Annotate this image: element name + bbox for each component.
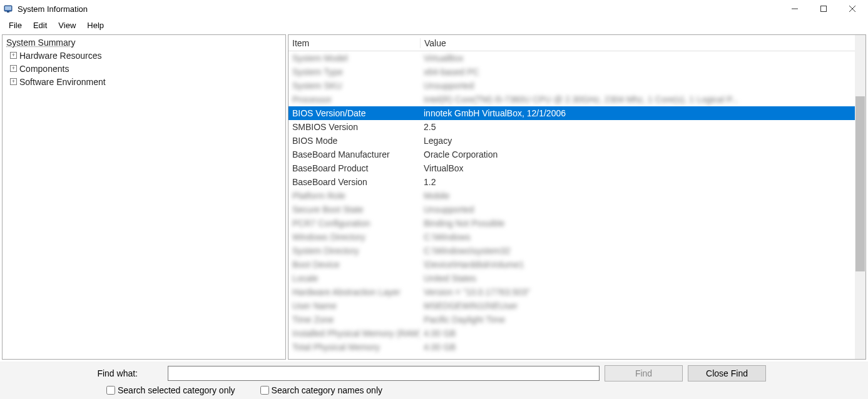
tree-root-label: System Summary [6, 38, 75, 48]
minimize-button[interactable] [780, 0, 809, 18]
cell-value: C:\Windows [420, 232, 855, 242]
titlebar: System Information [0, 0, 868, 18]
cell-value: Mobile [420, 191, 855, 201]
table-row[interactable]: System SKUUnsupported [288, 79, 855, 93]
table-row[interactable]: System ModelVirtualBox [288, 51, 855, 65]
details-table[interactable]: Item Value System ModelVirtualBoxSystem … [288, 35, 855, 359]
expand-icon[interactable]: + [10, 52, 17, 59]
vertical-scrollbar[interactable] [855, 35, 865, 359]
tree-root-system-summary[interactable]: System Summary [3, 36, 285, 49]
table-row[interactable]: System DirectoryC:\Windows\system32 [288, 244, 855, 258]
cell-value: United States [420, 273, 855, 283]
menubar: FileEditViewHelp [0, 18, 868, 33]
cell-value: Unsupported [420, 81, 855, 91]
cell-value: \Device\HarddiskVolume1 [420, 260, 855, 270]
table-row[interactable]: BaseBoard ManufacturerOracle Corporation [288, 148, 855, 161]
tree-item-label: Software Environment [19, 77, 106, 87]
cell-value: Intel(R) Core(TM) i5-7360U CPU @ 2.30GHz… [420, 94, 855, 104]
table-row[interactable]: Installed Physical Memory (RAM)4.00 GB [288, 326, 855, 340]
cell-item: BIOS Mode [290, 136, 420, 146]
menu-view[interactable]: View [53, 19, 81, 31]
svg-rect-1 [5, 6, 11, 10]
svg-rect-2 [7, 11, 9, 13]
menu-help[interactable]: Help [82, 19, 109, 31]
expand-icon[interactable]: + [10, 78, 17, 85]
table-row[interactable]: User NameMSEDGEWIN10\IEUser [288, 299, 855, 313]
table-row[interactable]: Windows DirectoryC:\Windows [288, 230, 855, 244]
cell-item: System SKU [290, 81, 420, 91]
table-row[interactable]: Platform RoleMobile [288, 189, 855, 203]
svg-rect-4 [821, 6, 827, 12]
scrollbar-thumb[interactable] [855, 96, 865, 271]
app-icon [4, 4, 14, 14]
cell-item: BaseBoard Version [290, 177, 420, 187]
cell-item: PCR7 Configuration [290, 218, 420, 228]
cell-value: innotek GmbH VirtualBox, 12/1/2006 [420, 108, 855, 118]
column-header-value[interactable]: Value [420, 38, 855, 48]
maximize-button[interactable] [809, 0, 838, 18]
cell-value: Oracle Corporation [420, 149, 855, 159]
cell-value: VirtualBox [420, 53, 855, 63]
menu-file[interactable]: File [4, 19, 27, 31]
checkbox-search-category-names[interactable]: Search category names only [260, 385, 382, 395]
table-row[interactable]: SMBIOS Version2.5 [288, 120, 855, 134]
cell-item: Time Zone [290, 315, 420, 325]
column-header-item[interactable]: Item [288, 38, 420, 48]
checkbox-search-selected-category-label: Search selected category only [118, 385, 235, 395]
checkbox-search-selected-category-input[interactable] [106, 386, 115, 395]
checkbox-search-category-names-input[interactable] [260, 386, 269, 395]
cell-item: System Model [290, 53, 420, 63]
table-row[interactable]: BaseBoard Version1.2 [288, 175, 855, 189]
find-bar: Find what: Find Close Find Search select… [0, 361, 868, 399]
details-pane: Item Value System ModelVirtualBoxSystem … [288, 34, 866, 360]
cell-item: Hardware Abstraction Layer [290, 287, 420, 297]
cell-item: BaseBoard Product [290, 163, 420, 173]
cell-item: Windows Directory [290, 232, 420, 242]
tree-pane[interactable]: System Summary +Hardware Resources+Compo… [2, 34, 286, 360]
cell-item: Boot Device [290, 260, 420, 270]
table-row[interactable]: System Typex64-based PC [288, 65, 855, 79]
cell-value: VirtualBox [420, 163, 855, 173]
table-row[interactable]: PCR7 ConfigurationBinding Not Possible [288, 216, 855, 230]
table-row[interactable]: Secure Boot StateUnsupported [288, 203, 855, 216]
table-row[interactable]: Hardware Abstraction LayerVersion = "10.… [288, 285, 855, 299]
cell-value: 4.00 GB [420, 342, 855, 352]
cell-value: 2.5 [420, 122, 855, 132]
table-row[interactable]: BIOS Version/Dateinnotek GmbH VirtualBox… [288, 106, 855, 120]
main-area: System Summary +Hardware Resources+Compo… [0, 33, 868, 361]
table-row[interactable]: ProcessorIntel(R) Core(TM) i5-7360U CPU … [288, 93, 855, 106]
cell-item: BaseBoard Manufacturer [290, 149, 420, 159]
tree-item-components[interactable]: +Components [3, 62, 285, 75]
table-row[interactable]: BIOS ModeLegacy [288, 134, 855, 148]
tree-item-software-environment[interactable]: +Software Environment [3, 75, 285, 88]
table-row[interactable]: Time ZonePacific Daylight Time [288, 313, 855, 326]
cell-value: Unsupported [420, 205, 855, 215]
checkbox-search-selected-category[interactable]: Search selected category only [106, 385, 235, 395]
column-headers[interactable]: Item Value [288, 35, 855, 51]
close-button[interactable] [838, 0, 867, 18]
cell-item: Total Physical Memory [290, 342, 420, 352]
table-row[interactable]: LocaleUnited States [288, 271, 855, 285]
window-title: System Information [18, 4, 88, 14]
cell-value: Pacific Daylight Time [420, 315, 855, 325]
cell-item: Processor [290, 94, 420, 104]
window-controls [780, 0, 867, 18]
find-button[interactable]: Find [605, 365, 683, 381]
cell-value: 4.00 GB [420, 328, 855, 338]
table-row[interactable]: Total Physical Memory4.00 GB [288, 340, 855, 354]
cell-item: System Directory [290, 246, 420, 256]
table-row[interactable]: Boot Device\Device\HarddiskVolume1 [288, 258, 855, 271]
cell-item: Installed Physical Memory (RAM) [290, 328, 420, 338]
close-find-button[interactable]: Close Find [688, 365, 766, 381]
cell-value: Binding Not Possible [420, 218, 855, 228]
tree-item-label: Components [19, 64, 69, 74]
table-row[interactable]: BaseBoard ProductVirtualBox [288, 161, 855, 175]
cell-value: 1.2 [420, 177, 855, 187]
tree-item-hardware-resources[interactable]: +Hardware Resources [3, 49, 285, 62]
cell-item: Secure Boot State [290, 205, 420, 215]
find-what-input[interactable] [168, 366, 600, 381]
checkbox-search-category-names-label: Search category names only [272, 385, 382, 395]
expand-icon[interactable]: + [10, 65, 17, 72]
cell-item: System Type [290, 67, 420, 77]
menu-edit[interactable]: Edit [28, 19, 52, 31]
